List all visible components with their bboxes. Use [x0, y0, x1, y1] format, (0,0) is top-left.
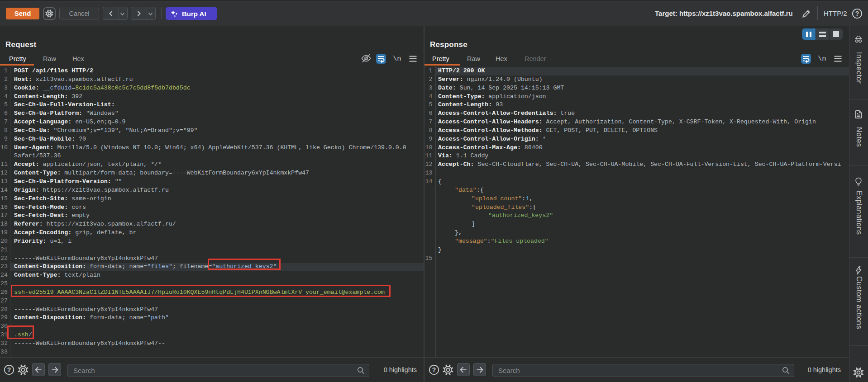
svg-text:?: ?: [855, 10, 859, 17]
svg-text:?: ?: [432, 366, 436, 373]
svg-text:?: ?: [7, 366, 11, 373]
